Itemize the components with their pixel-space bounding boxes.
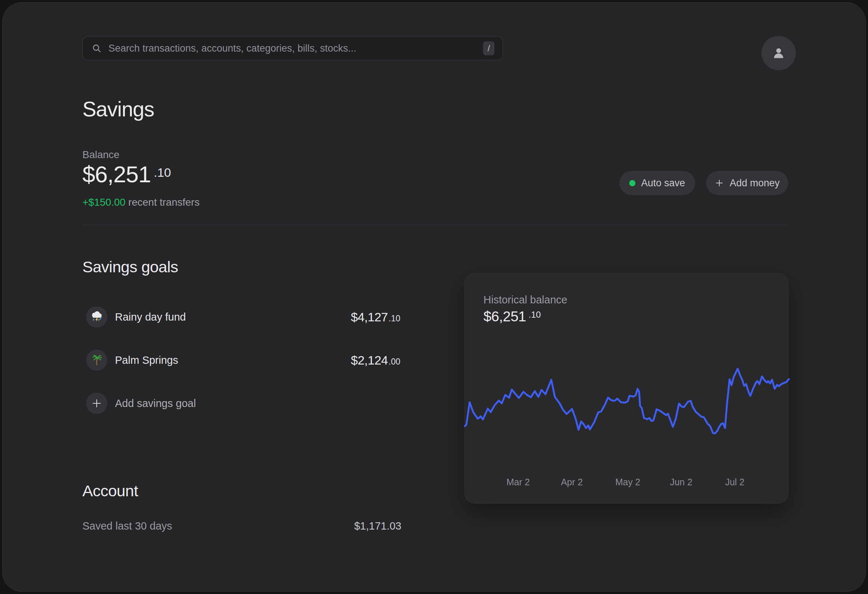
- card-current-value: $6,251 .10: [483, 309, 541, 324]
- goal-icon-circle: [86, 349, 107, 371]
- card-title: Historical balance: [483, 294, 567, 306]
- search-shortcut-badge: /: [483, 41, 495, 55]
- plus-icon: [714, 178, 724, 188]
- card-value-cents: .10: [528, 309, 540, 319]
- add-money-label: Add money: [729, 177, 780, 189]
- search-input[interactable]: [108, 43, 483, 54]
- x-axis-label: Apr 2: [561, 477, 583, 488]
- x-axis-labels: Mar 2Apr 2May 2Jun 2Jul 2: [465, 477, 788, 488]
- goal-name: Rainy day fund: [115, 311, 186, 323]
- add-money-button[interactable]: Add money: [706, 171, 788, 195]
- goal-row-palm-springs[interactable]: Palm Springs $2,124 .00: [86, 349, 400, 371]
- goal-row-rainy-day-fund[interactable]: Rainy day fund $4,127 .10: [86, 306, 400, 327]
- goal-amount-main: $2,124: [351, 353, 388, 367]
- goal-amount-cents: .10: [388, 314, 400, 324]
- account-heading: Account: [83, 482, 138, 500]
- auto-save-status-dot: [629, 180, 635, 186]
- balance-delta: +$150.00 recent transfers: [83, 196, 199, 208]
- savings-goals-heading: Savings goals: [83, 258, 178, 276]
- add-savings-goal-button[interactable]: Add savings goal: [86, 393, 400, 414]
- account-row-value: $1,171.03: [354, 520, 402, 532]
- palm-tree-icon: [90, 354, 103, 367]
- storm-cloud-icon: [90, 310, 104, 324]
- card-value-main: $6,251: [483, 309, 526, 324]
- page-title: Savings: [83, 97, 154, 121]
- balance-amount: $6,251 .10: [83, 163, 171, 186]
- historical-balance-card: Historical balance $6,251 .10 Mar 2Apr 2…: [464, 273, 788, 504]
- x-axis-label: Mar 2: [506, 477, 530, 488]
- account-row-saved-30-days: Saved last 30 days $1,171.03: [83, 520, 402, 532]
- goal-amount: $4,127 .10: [351, 310, 400, 324]
- goal-amount-cents: .00: [388, 357, 400, 367]
- x-axis-label: Jun 2: [670, 477, 692, 488]
- balance-line: [465, 368, 789, 433]
- search-icon: [92, 43, 102, 53]
- goal-name: Palm Springs: [115, 354, 178, 366]
- search-bar[interactable]: /: [83, 36, 503, 60]
- goal-amount: $2,124 .00: [351, 353, 400, 367]
- balance-label: Balance: [83, 149, 120, 161]
- account-row-label: Saved last 30 days: [83, 520, 172, 532]
- add-savings-goal-label: Add savings goal: [115, 398, 196, 410]
- app-window: / Savings Balance $6,251 .10 +$150.00 re…: [2, 2, 866, 592]
- balance-delta-suffix: recent transfers: [125, 196, 199, 208]
- auto-save-label: Auto save: [641, 177, 685, 189]
- plus-icon: [91, 398, 103, 409]
- goal-amount-main: $4,127: [351, 310, 388, 324]
- plus-circle: [86, 393, 107, 414]
- person-icon: [771, 46, 786, 61]
- x-axis-label: Jul 2: [725, 477, 745, 488]
- x-axis-label: May 2: [615, 477, 640, 488]
- balance-amount-main: $6,251: [83, 163, 151, 186]
- goal-icon-circle: [86, 306, 107, 327]
- balance-amount-cents: .10: [154, 163, 171, 178]
- auto-save-button[interactable]: Auto save: [619, 171, 695, 195]
- avatar[interactable]: [762, 36, 796, 70]
- section-divider: [83, 225, 787, 225]
- history-chart: [465, 358, 789, 464]
- balance-delta-value: +$150.00: [83, 196, 125, 208]
